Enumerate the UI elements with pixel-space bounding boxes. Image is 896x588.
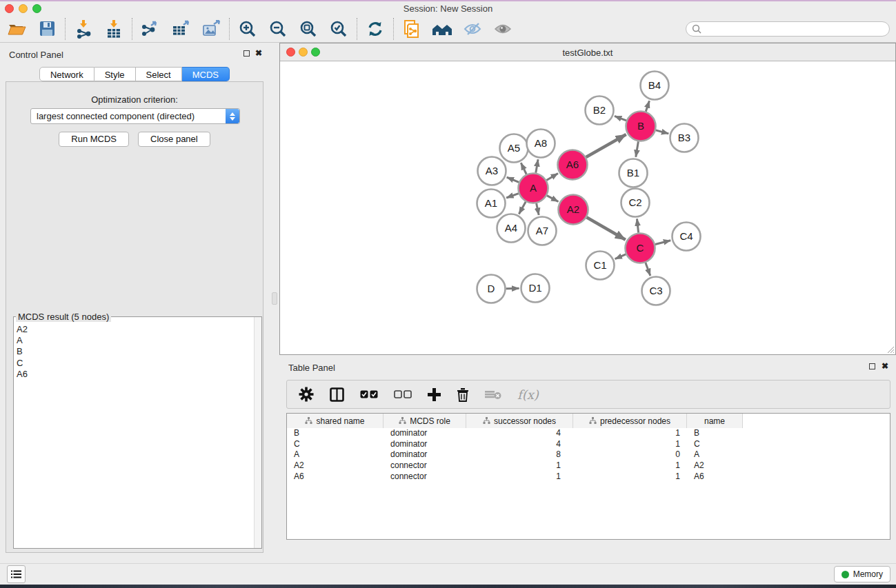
edge-A-A4[interactable] <box>519 202 526 214</box>
zoom-in-button[interactable] <box>232 17 263 41</box>
node-B1[interactable]: B1 <box>619 159 648 187</box>
close-panel-button[interactable]: Close panel <box>138 132 210 147</box>
save-session-button[interactable] <box>32 17 62 41</box>
edge-B-B4[interactable] <box>646 101 649 111</box>
open-session-button[interactable] <box>1 17 32 41</box>
export-table-button[interactable] <box>166 17 196 41</box>
node-A4[interactable]: A4 <box>497 214 526 243</box>
memory-button[interactable]: Memory <box>834 566 890 582</box>
column-header-MCDS-role[interactable]: MCDS role <box>384 414 466 428</box>
search-box[interactable] <box>686 21 890 37</box>
node-D1[interactable]: D1 <box>521 274 550 303</box>
zoom-fit-button[interactable] <box>293 17 323 41</box>
zoom-selected-button[interactable] <box>323 17 354 41</box>
optimization-criterion-select[interactable]: largest connected component (directed) <box>30 108 240 124</box>
node-A1[interactable]: A1 <box>477 190 506 218</box>
task-history-button[interactable] <box>7 565 26 583</box>
export-image-button[interactable] <box>196 17 226 41</box>
table-row[interactable]: Cdominator41C <box>287 439 890 450</box>
edge-C-C2[interactable] <box>637 219 638 232</box>
edge-C-C3[interactable] <box>646 263 650 276</box>
node-A2[interactable]: A2 <box>559 195 588 225</box>
edge-A2-C[interactable] <box>586 217 625 240</box>
edge-A-A8[interactable] <box>536 159 538 173</box>
zoom-out-button[interactable] <box>263 17 293 41</box>
node-table[interactable]: shared nameMCDS rolesuccessor nodesprede… <box>286 413 890 540</box>
mcds-result-item[interactable]: C <box>17 358 253 369</box>
float-panel-icon[interactable] <box>869 363 875 369</box>
column-header-name[interactable]: name <box>687 414 743 428</box>
edge-A-A5[interactable] <box>521 163 526 174</box>
edge-B-B2[interactable] <box>615 116 626 121</box>
node-C3[interactable]: C3 <box>642 277 670 305</box>
node-C[interactable]: C <box>626 234 655 263</box>
node-B2[interactable]: B2 <box>586 97 614 125</box>
node-A8[interactable]: A8 <box>527 130 555 158</box>
table-cell: 1 <box>466 472 573 483</box>
edge-B-B3[interactable] <box>656 130 669 134</box>
edge-A-A6[interactable] <box>546 174 558 181</box>
table-row[interactable]: Adominator80A <box>287 449 890 460</box>
delete-column-button[interactable] <box>457 387 469 402</box>
mcds-result-list[interactable]: A2ABCA6 <box>14 318 253 548</box>
node-label: C4 <box>679 230 693 242</box>
deselect-all-button[interactable] <box>394 390 412 398</box>
edge-B-B1[interactable] <box>636 141 639 157</box>
node-A6[interactable]: A6 <box>558 150 588 180</box>
table-row[interactable]: A6connector11A6 <box>287 472 890 483</box>
node-A3[interactable]: A3 <box>478 157 506 185</box>
edge-C-C4[interactable] <box>655 241 670 245</box>
node-A7[interactable]: A7 <box>528 217 557 245</box>
column-header-shared-name[interactable]: shared name <box>287 414 384 428</box>
node-B[interactable]: B <box>626 112 656 141</box>
edge-A-A1[interactable] <box>506 194 519 198</box>
refresh-layout-button[interactable] <box>360 17 390 41</box>
edge-A-A3[interactable] <box>507 177 519 182</box>
mcds-result-item[interactable]: A6 <box>17 369 253 380</box>
node-B3[interactable]: B3 <box>670 124 699 152</box>
mcds-result-item[interactable]: A <box>17 335 253 346</box>
import-table-button[interactable] <box>99 17 129 41</box>
table-settings-button[interactable] <box>299 387 314 402</box>
resize-grip-icon[interactable] <box>885 344 895 354</box>
node-C1[interactable]: C1 <box>586 252 615 280</box>
edge-A-A2[interactable] <box>547 196 559 202</box>
tab-mcds[interactable]: MCDS <box>182 67 230 81</box>
node-C4[interactable]: C4 <box>673 223 701 251</box>
mcds-result-item[interactable]: A2 <box>17 324 253 335</box>
close-panel-icon[interactable]: ✖ <box>882 361 888 371</box>
run-mcds-button[interactable]: Run MCDS <box>59 132 129 147</box>
node-D[interactable]: D <box>477 275 506 303</box>
float-panel-icon[interactable] <box>243 50 250 57</box>
table-row[interactable]: Bdominator41B <box>287 428 890 439</box>
home-button[interactable] <box>427 17 457 41</box>
tab-style[interactable]: Style <box>94 67 136 81</box>
node-label: C3 <box>649 285 662 296</box>
export-network-button[interactable] <box>135 17 166 41</box>
tab-network[interactable]: Network <box>39 67 94 81</box>
column-header-successor-nodes[interactable]: successor nodes <box>466 414 573 428</box>
show-all-button[interactable] <box>488 17 518 41</box>
node-B4[interactable]: B4 <box>641 72 669 100</box>
import-network-button[interactable] <box>68 17 99 41</box>
edge-C-C1[interactable] <box>615 254 626 259</box>
search-input[interactable] <box>705 24 884 34</box>
splitter-handle[interactable] <box>272 292 277 305</box>
node-A5[interactable]: A5 <box>500 134 528 163</box>
select-all-button[interactable] <box>360 390 378 398</box>
node-A[interactable]: A <box>519 174 548 203</box>
add-column-button[interactable] <box>428 388 441 401</box>
column-header-predecessor-nodes[interactable]: predecessor nodes <box>573 414 687 428</box>
mcds-result-item[interactable]: B <box>17 346 253 357</box>
edge-A6-B[interactable] <box>586 134 626 157</box>
scrollbar[interactable] <box>254 317 261 548</box>
edge-A-A7[interactable] <box>537 203 539 215</box>
close-panel-icon[interactable]: ✖ <box>255 48 262 58</box>
duplicate-network-button[interactable] <box>397 17 427 41</box>
node-C2[interactable]: C2 <box>621 189 650 217</box>
table-row[interactable]: A2connector11A2 <box>287 460 890 472</box>
column-visibility-button[interactable] <box>330 387 344 402</box>
tab-select[interactable]: Select <box>136 67 182 81</box>
hide-selected-button[interactable] <box>457 17 488 41</box>
network-canvas[interactable]: AA1A3A5A8A6A2A4A7BB2B4B3B1CC2C4C1C3DD1 <box>280 62 895 354</box>
